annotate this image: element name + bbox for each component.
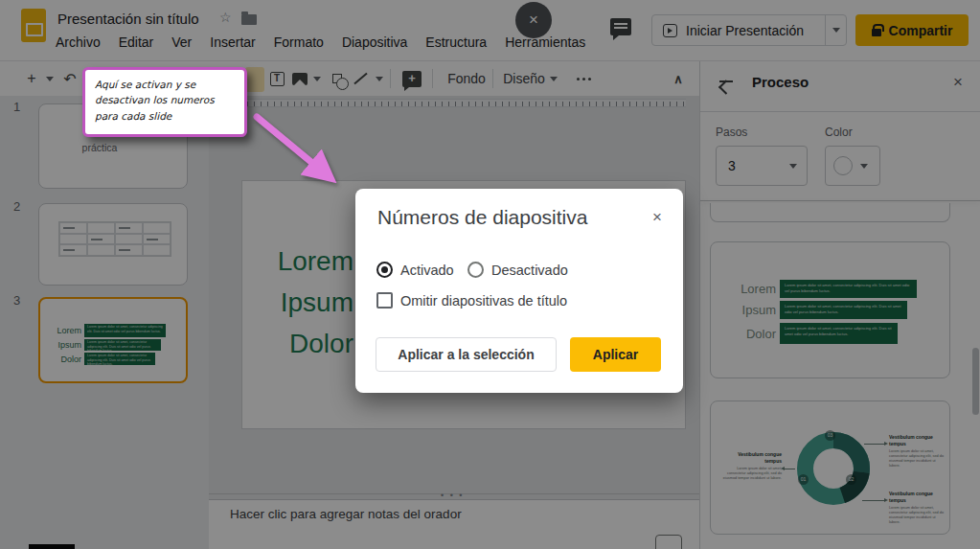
annotation-callout: Aquí se activan y se desactivan los nume… (82, 67, 247, 137)
apply-button[interactable]: Aplicar (570, 337, 661, 372)
slide-numbers-dialog: Números de diapositiva × Activado Desact… (355, 189, 683, 393)
bottom-black-bar (29, 544, 75, 549)
google-slides-window: Presentación sin título ☆ Archivo Editar… (0, 0, 980, 549)
radio-desactivado[interactable] (467, 262, 484, 278)
annotation-text: Aquí se activan y se desactivan los nume… (95, 77, 235, 124)
checkbox-label[interactable]: Omitir diapositivas de título (400, 293, 567, 309)
dialog-close-icon[interactable]: × (652, 208, 662, 227)
apply-to-selection-button[interactable]: Aplicar a la selección (376, 337, 557, 372)
radio-activado-label[interactable]: Activado (400, 263, 454, 278)
radio-desactivado-label[interactable]: Desactivado (491, 263, 568, 278)
radio-activado[interactable] (376, 262, 393, 278)
dialog-title: Números de diapositiva (377, 206, 587, 229)
omit-title-slides-checkbox[interactable] (376, 292, 393, 309)
annotation-arrow (241, 103, 347, 194)
